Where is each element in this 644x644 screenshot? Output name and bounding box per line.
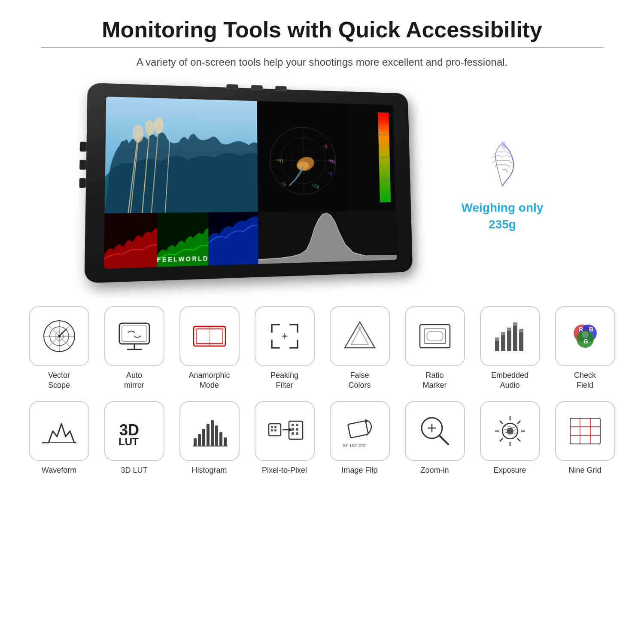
svg-rect-67 — [495, 340, 499, 351]
3dlut-icon: 3D LUT — [115, 412, 154, 450]
feature-label-pixel: Pixel-to-Pixel — [262, 465, 307, 475]
vectorscope-svg: °R °Mg °Yl °B °G °Cy — [257, 101, 349, 212]
feature-icon-box-histogram — [179, 401, 240, 461]
svg-line-45 — [59, 329, 67, 336]
svg-rect-107 — [296, 428, 298, 431]
svg-rect-87 — [194, 438, 197, 446]
feature-label-anamorphic: AnamorphicMode — [188, 371, 230, 391]
svg-rect-106 — [292, 428, 294, 431]
feature-icon-box-auto-mirror — [104, 306, 164, 366]
svg-rect-97 — [271, 426, 273, 428]
svg-text:°Mg: °Mg — [328, 159, 335, 164]
svg-rect-105 — [296, 424, 298, 426]
audio-icon — [491, 317, 529, 355]
svg-rect-55 — [194, 343, 225, 346]
svg-text:°Cy: °Cy — [312, 184, 319, 189]
page-container: Monitoring Tools with Quick Accessibilit… — [0, 0, 644, 511]
svg-rect-66 — [427, 331, 443, 341]
page-title: Monitoring Tools with Quick Accessibilit… — [26, 17, 618, 43]
header-divider — [41, 47, 604, 48]
header-subtitle: A variety of on-screen tools help your s… — [26, 55, 618, 70]
weight-text: Weighing only 235g — [455, 199, 550, 233]
features-row-1: VectorScope Automirror — [26, 306, 618, 391]
level-meter — [346, 103, 395, 210]
monitor-body: FEELWORLD HDMI1080p@59.94Hz — [84, 82, 413, 283]
svg-rect-50 — [122, 326, 147, 341]
feature-peaking-filter: PeakingFilter — [251, 306, 318, 391]
svg-rect-54 — [194, 326, 225, 330]
feature-icon-box-nine-grid — [555, 401, 615, 461]
feature-3d-lut: 3D LUT 3D LUT — [101, 401, 167, 475]
top-button-1 — [226, 84, 238, 90]
feature-label-histogram: Histogram — [191, 465, 227, 475]
svg-rect-90 — [207, 424, 210, 446]
svg-rect-93 — [219, 432, 222, 446]
histogram-scope — [258, 210, 397, 264]
feature-icon-box-anamorphic — [179, 306, 240, 366]
svg-rect-65 — [424, 329, 446, 343]
feature-ratio-marker: RatioMarker — [401, 306, 468, 391]
svg-rect-71 — [519, 332, 523, 351]
svg-line-126 — [500, 438, 503, 441]
feature-icon-box-exposure — [480, 401, 540, 461]
feature-auto-mirror: Automirror — [101, 306, 167, 391]
scope-top: °R °Mg °Yl °B °G °Cy — [257, 101, 396, 212]
feature-label-flip: Image Flip — [341, 465, 377, 475]
svg-rect-74 — [507, 328, 511, 331]
monitor-screen: FEELWORLD HDMI1080p@59.94Hz — [104, 97, 397, 269]
pixel-icon — [265, 412, 304, 450]
waveform-blue — [209, 212, 258, 265]
feature-icon-box-zoom — [405, 401, 465, 461]
svg-rect-92 — [215, 425, 218, 446]
feature-icon-box-ratio-marker — [405, 306, 465, 366]
feature-icon-box-check-field: R B G — [555, 306, 615, 366]
port-2 — [79, 160, 86, 170]
false-colors-icon — [340, 317, 379, 355]
svg-text:°G: °G — [281, 182, 286, 187]
svg-rect-75 — [513, 322, 517, 326]
svg-rect-127 — [570, 418, 600, 444]
feature-icon-box-waveform — [29, 401, 89, 461]
svg-rect-52 — [196, 329, 223, 343]
feature-icon-box-false-colors — [330, 306, 390, 366]
feature-label-audio: EmbeddedAudio — [491, 371, 529, 391]
features-row-2: Waveform 3D LUT 3D LUT — [26, 401, 618, 475]
svg-rect-94 — [224, 437, 227, 446]
feature-label-exposure: Exposure — [493, 465, 526, 475]
svg-point-37 — [500, 140, 507, 149]
svg-line-123 — [500, 421, 503, 424]
feature-label-waveform: Waveform — [42, 465, 76, 475]
feature-vector-scope: VectorScope — [26, 306, 92, 391]
svg-rect-98 — [274, 426, 276, 428]
svg-rect-110 — [348, 421, 368, 438]
svg-rect-99 — [271, 429, 273, 431]
svg-text:R: R — [579, 326, 583, 333]
svg-rect-89 — [202, 429, 205, 446]
feather-icon — [483, 139, 522, 191]
svg-rect-69 — [507, 331, 511, 351]
svg-rect-68 — [501, 335, 505, 351]
feature-icon-box-audio — [480, 306, 540, 366]
svg-point-46 — [58, 335, 61, 337]
screen-left: FEELWORLD — [104, 97, 258, 269]
feature-label-false-colors: FalseColors — [348, 371, 371, 391]
svg-rect-104 — [292, 424, 294, 426]
feature-nine-grid: Nine Grid — [552, 401, 618, 475]
feature-image-flip: 90° 180° 270° Image Flip — [326, 401, 393, 475]
svg-text:90° 180° 270°: 90° 180° 270° — [343, 444, 367, 448]
svg-rect-91 — [211, 420, 214, 446]
monitor-wrapper: FEELWORLD HDMI1080p@59.94Hz — [94, 87, 421, 285]
peaking-icon — [265, 317, 304, 355]
monitor-left-ports — [79, 142, 86, 188]
screen-right: HDMI1080p@59.94Hz — [257, 101, 397, 264]
svg-text:°Yl: °Yl — [276, 159, 284, 164]
top-button-2 — [251, 85, 263, 91]
feature-pixel-to-pixel: Pixel-to-Pixel — [251, 401, 318, 475]
svg-rect-12 — [257, 101, 349, 212]
auto-mirror-icon — [115, 317, 154, 355]
feature-label-3dlut: 3D LUT — [121, 465, 147, 475]
feature-waveform: Waveform — [26, 401, 92, 475]
svg-rect-73 — [501, 332, 505, 335]
svg-point-118 — [507, 428, 513, 434]
svg-rect-76 — [519, 329, 523, 332]
